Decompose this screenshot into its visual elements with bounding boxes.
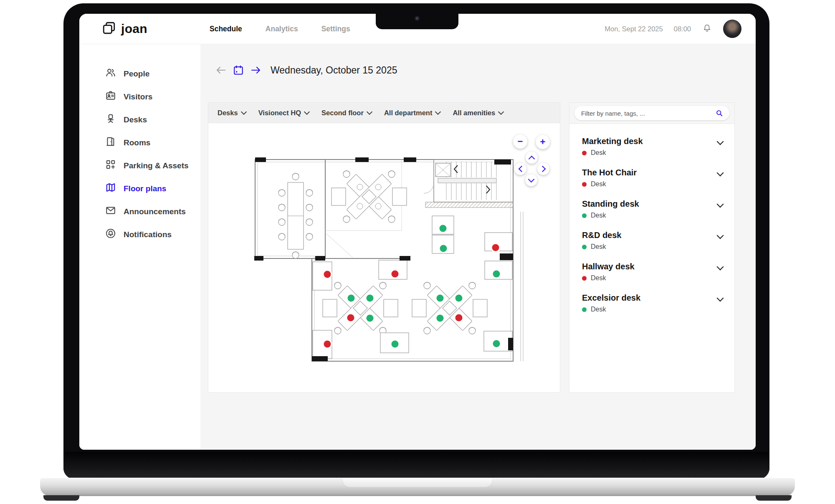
chevron-down-icon <box>498 109 504 114</box>
sidebar-item-people[interactable]: People <box>79 62 200 85</box>
desk-list-item[interactable]: Standing desk Desk <box>582 198 724 221</box>
tab-analytics[interactable]: Analytics <box>266 25 298 33</box>
pan-down-button[interactable] <box>525 174 537 186</box>
filter-amenities[interactable]: All amenities <box>453 109 503 117</box>
desk-list-item[interactable]: Excelsior desk Desk <box>582 291 724 315</box>
chevron-down-icon <box>435 109 441 114</box>
chevron-right-icon <box>539 166 546 172</box>
sidebar-item-parking-assets[interactable]: Parking & Assets <box>79 154 200 177</box>
desk-list-item[interactable]: The Hot Chair Desk <box>582 166 724 190</box>
desk-status-dot[interactable] <box>439 244 448 253</box>
visitors-icon <box>105 90 116 103</box>
announcements-icon <box>105 205 116 218</box>
status-dot <box>582 213 587 218</box>
chevron-down-icon <box>528 176 535 183</box>
desk-status-dot[interactable] <box>455 314 463 322</box>
zoom-out-button[interactable]: − <box>513 134 527 149</box>
desk-list-item[interactable]: R&D desk Desk <box>582 229 724 252</box>
chevron-down-icon <box>241 109 247 114</box>
sidebar-label: Parking & Assets <box>124 161 189 170</box>
rooms-icon <box>105 136 116 149</box>
zoom-in-button[interactable]: + <box>536 135 550 149</box>
desk-side-panel: Marketing desk Desk The Hot Chair Desk S… <box>569 102 735 393</box>
desk-status-dot[interactable] <box>391 270 399 278</box>
pan-left-button[interactable] <box>514 163 526 175</box>
header-right: Mon, Sept 22 2025 08:00 <box>605 14 741 44</box>
filter-floor[interactable]: Second floor <box>321 109 372 117</box>
staircase <box>424 160 513 208</box>
chevron-left-icon <box>518 166 525 172</box>
laptop-hinge <box>63 452 769 479</box>
floor-plan-card: − + <box>208 123 560 393</box>
search-icon[interactable] <box>715 109 724 117</box>
filter-location[interactable]: Visionect HQ <box>258 109 309 117</box>
desk-list: Marketing desk Desk The Hot Chair Desk S… <box>569 124 734 315</box>
sidebar-label: Floor plans <box>124 184 166 193</box>
desk-status-dot[interactable] <box>323 340 331 348</box>
laptop-foot <box>756 495 792 501</box>
desk-status-dot[interactable] <box>436 314 444 322</box>
header-date: Mon, Sept 22 2025 <box>605 25 663 33</box>
pan-right-button[interactable] <box>537 163 549 175</box>
sidebar-label: Notifications <box>124 230 172 239</box>
desk-status-dot[interactable] <box>323 270 331 279</box>
desk-status-dot[interactable] <box>347 314 355 322</box>
laptop-mockup: joan Schedule Analytics Settings Mon, Se… <box>0 0 835 504</box>
bell-icon[interactable] <box>702 23 712 35</box>
tab-schedule[interactable]: Schedule <box>210 25 242 33</box>
desk-status-dot[interactable] <box>366 294 374 302</box>
desk-status-dot[interactable] <box>439 224 447 233</box>
status-dot <box>582 182 587 187</box>
avatar[interactable] <box>723 20 741 38</box>
sidebar-label: People <box>124 69 149 79</box>
previous-day-arrow-icon[interactable] <box>215 65 226 76</box>
status-dot <box>582 245 587 249</box>
filter-bar: Desks Visionect HQ Second floor All depa… <box>208 102 560 123</box>
desk-status-dot[interactable] <box>391 340 399 348</box>
desk-status-dot[interactable] <box>366 314 374 322</box>
search-field[interactable] <box>574 106 729 120</box>
floor-plans-icon <box>105 182 116 195</box>
desk-status-dot[interactable] <box>436 294 444 302</box>
parking-assets-icon <box>105 159 116 172</box>
top-nav: Schedule Analytics Settings <box>210 14 350 44</box>
sidebar-label: Desks <box>124 115 147 124</box>
calendar-icon[interactable] <box>233 65 244 76</box>
filter-desks[interactable]: Desks <box>218 109 246 117</box>
tab-settings[interactable]: Settings <box>321 25 350 33</box>
search-input[interactable] <box>580 109 712 117</box>
status-dot <box>582 151 587 155</box>
sidebar-item-visitors[interactable]: Visitors <box>79 85 200 108</box>
people-icon <box>105 67 116 80</box>
chevron-down-icon <box>304 109 310 114</box>
chevron-down-icon <box>367 109 372 114</box>
panel-search-bar <box>569 103 734 124</box>
desk-status-dot[interactable] <box>492 270 501 278</box>
desk-list-item[interactable]: Marketing desk Desk <box>582 135 724 158</box>
page-title: Wednesday, October 15 2025 <box>271 65 397 76</box>
desks-icon <box>105 113 116 126</box>
desk-status-dot[interactable] <box>347 294 355 302</box>
floor-plan-map[interactable] <box>250 153 528 367</box>
sidebar-item-desks[interactable]: Desks <box>79 108 200 131</box>
single-desks <box>313 216 512 359</box>
status-dot <box>582 307 587 312</box>
filter-department[interactable]: All department <box>384 109 440 117</box>
meeting-room <box>278 173 313 258</box>
app-screen: joan Schedule Analytics Settings Mon, Se… <box>79 14 756 450</box>
notifications-icon <box>105 228 116 241</box>
pan-up-button[interactable] <box>526 152 538 164</box>
sidebar-label: Visitors <box>124 92 152 101</box>
sidebar-item-rooms[interactable]: Rooms <box>79 131 200 154</box>
sidebar-item-announcements[interactable]: Announcements <box>79 200 200 223</box>
status-dot <box>582 276 587 281</box>
webcam-icon <box>415 16 420 21</box>
desk-status-dot[interactable] <box>455 294 463 302</box>
desk-status-dot[interactable] <box>492 339 501 348</box>
desk-status-dot[interactable] <box>491 243 500 252</box>
sidebar-item-notifications[interactable]: Notifications <box>79 223 200 246</box>
sidebar-item-floor-plans[interactable]: Floor plans <box>79 177 200 200</box>
next-day-arrow-icon[interactable] <box>250 65 261 76</box>
desk-list-item[interactable]: Hallway desk Desk <box>582 260 724 284</box>
laptop-foot <box>43 495 79 501</box>
